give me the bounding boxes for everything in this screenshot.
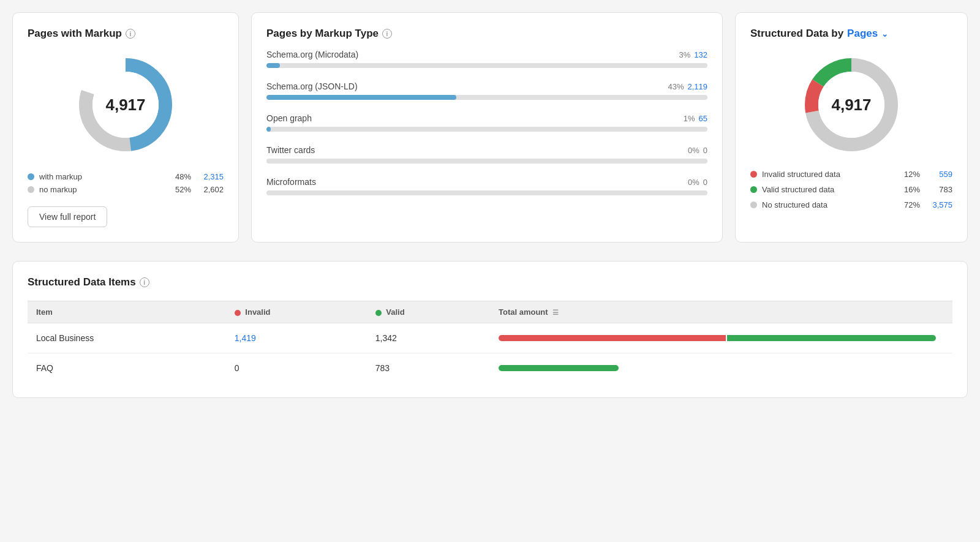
opengraph-pct: 1% xyxy=(684,114,695,123)
structured-total: 4,917 xyxy=(831,96,871,115)
valid-pct: 16% xyxy=(899,185,920,194)
local-business-bar-green xyxy=(727,335,937,341)
faq-bar xyxy=(490,353,952,383)
pages-by-type-info-icon[interactable]: i xyxy=(382,29,392,39)
microdata-values: 3% 132 xyxy=(679,50,708,59)
microdata-link[interactable]: 132 xyxy=(694,50,707,59)
bar-row-twitter: Twitter cards 0% 0 xyxy=(266,145,707,164)
bar-row-jsonld: Schema.org (JSON-LD) 43% 2,119 xyxy=(266,81,707,100)
jsonld-link[interactable]: 2,119 xyxy=(687,82,707,91)
microdata-label: Schema.org (Microdata) xyxy=(266,50,358,59)
pages-by-type-title-text: Pages by Markup Type xyxy=(266,28,379,40)
pages-markup-donut: 4,917 xyxy=(70,50,181,160)
faq-invalid: 0 xyxy=(226,353,367,383)
with-markup-label: with markup xyxy=(39,172,82,181)
local-business-invalid: 1,419 xyxy=(226,323,367,353)
invalid-dot xyxy=(750,171,757,178)
microformats-val: 0 xyxy=(703,178,707,187)
structured-donut: 4,917 xyxy=(796,50,907,160)
col-valid: Valid xyxy=(367,301,490,323)
with-markup-link[interactable]: 2,315 xyxy=(203,172,224,181)
legend-item-no-markup: no markup 52% 2,602 xyxy=(28,185,224,194)
pages-by-type-title: Pages by Markup Type i xyxy=(266,28,707,40)
invalid-val: 559 xyxy=(925,170,952,179)
invalid-label: Invalid structured data xyxy=(762,170,840,179)
structured-data-title: Structured Data by Pages ⌄ xyxy=(750,28,952,40)
pages-with-markup-card: Pages with Markup i 4,917 with markup xyxy=(12,12,239,243)
item-faq: FAQ xyxy=(28,353,226,383)
pages-markup-donut-container: 4,917 xyxy=(28,50,224,160)
pages-by-type-card: Pages by Markup Type i Schema.org (Micro… xyxy=(251,12,723,243)
col-item: Item xyxy=(28,301,226,323)
microformats-values: 0% 0 xyxy=(688,178,707,187)
microdata-bar-track xyxy=(266,63,707,68)
local-business-valid: 1,342 xyxy=(367,323,490,353)
opengraph-bar-track xyxy=(266,127,707,132)
valid-label: Valid structured data xyxy=(762,185,834,194)
microformats-label: Microformats xyxy=(266,177,316,187)
pages-markup-title-text: Pages with Markup xyxy=(28,28,122,40)
table-row: FAQ 0 783 xyxy=(28,353,952,383)
structured-dropdown-arrow[interactable]: ⌄ xyxy=(881,29,888,39)
filter-icon[interactable]: ☰ xyxy=(552,309,559,317)
bar-row-microformats: Microformats 0% 0 xyxy=(266,177,707,195)
bar-row-opengraph: Open graph 1% 65 xyxy=(266,113,707,132)
table-row: Local Business 1,419 1,342 xyxy=(28,323,952,353)
twitter-pct: 0% xyxy=(688,146,699,155)
invalid-pct: 12% xyxy=(899,170,920,179)
structured-pages-link[interactable]: Pages xyxy=(847,28,878,40)
jsonld-pct: 43% xyxy=(668,82,684,91)
item-local-business: Local Business xyxy=(28,323,226,353)
invalid-link[interactable]: 559 xyxy=(939,170,952,179)
microdata-pct: 3% xyxy=(679,50,691,59)
legend-item-with-markup: with markup 48% 2,315 xyxy=(28,172,224,181)
opengraph-link[interactable]: 65 xyxy=(699,114,707,123)
invalid-header-dot xyxy=(235,310,241,316)
col-total: Total amount ☰ xyxy=(490,301,952,323)
microformats-pct: 0% xyxy=(688,178,699,187)
jsonld-label: Schema.org (JSON-LD) xyxy=(266,81,358,91)
structured-items-title-text: Structured Data Items xyxy=(28,276,136,288)
twitter-label: Twitter cards xyxy=(266,145,315,155)
microdata-bar-fill xyxy=(266,63,280,68)
structured-title-text: Structured Data by xyxy=(750,28,843,40)
no-markup-dot xyxy=(28,186,34,193)
structured-items-section: Structured Data Items i Item Invalid Val… xyxy=(12,261,968,398)
legend-none: No structured data 72% 3,575 xyxy=(750,200,952,209)
structured-items-table: Item Invalid Valid Total amount ☰ Local … xyxy=(28,301,952,383)
valid-dot xyxy=(750,186,757,193)
twitter-bar-track xyxy=(266,159,707,164)
none-val: 3,575 xyxy=(925,200,952,209)
structured-data-card: Structured Data by Pages ⌄ 4,917 Invalid… xyxy=(735,12,968,243)
no-markup-label: no markup xyxy=(39,185,77,194)
none-link[interactable]: 3,575 xyxy=(932,200,952,209)
none-dot xyxy=(750,201,757,208)
faq-bar-green xyxy=(499,365,619,371)
pages-markup-info-icon[interactable]: i xyxy=(126,29,135,39)
col-invalid: Invalid xyxy=(226,301,367,323)
with-markup-dot xyxy=(28,173,34,180)
pages-markup-title: Pages with Markup i xyxy=(28,28,224,40)
microformats-bar-track xyxy=(266,190,707,195)
pages-markup-legend: with markup 48% 2,315 no markup 52% 2,60… xyxy=(28,172,224,194)
faq-bar-track xyxy=(499,365,944,371)
local-business-invalid-link[interactable]: 1,419 xyxy=(235,333,256,343)
structured-legend: Invalid structured data 12% 559 Valid st… xyxy=(750,170,952,209)
twitter-val: 0 xyxy=(703,146,707,155)
no-markup-pct: 52% xyxy=(170,185,191,194)
valid-val: 783 xyxy=(925,185,952,194)
none-pct: 72% xyxy=(899,200,920,209)
structured-items-info-icon[interactable]: i xyxy=(140,277,149,287)
with-markup-val: 2,315 xyxy=(196,172,224,181)
opengraph-values: 1% 65 xyxy=(684,114,707,123)
view-full-report-button[interactable]: View full report xyxy=(28,206,107,227)
pages-markup-total: 4,917 xyxy=(105,96,145,115)
faq-valid: 783 xyxy=(367,353,490,383)
structured-items-title: Structured Data Items i xyxy=(28,276,952,288)
none-label: No structured data xyxy=(762,200,827,209)
local-business-bar xyxy=(490,323,952,353)
legend-valid: Valid structured data 16% 783 xyxy=(750,185,952,194)
local-business-bar-red xyxy=(499,335,726,341)
opengraph-bar-fill xyxy=(266,127,271,132)
no-markup-val: 2,602 xyxy=(196,185,224,194)
